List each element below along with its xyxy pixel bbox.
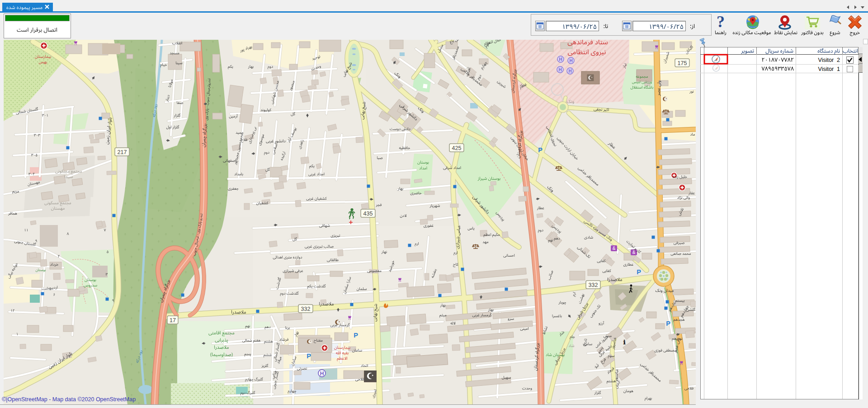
svg-text:?: ? — [717, 13, 725, 31]
